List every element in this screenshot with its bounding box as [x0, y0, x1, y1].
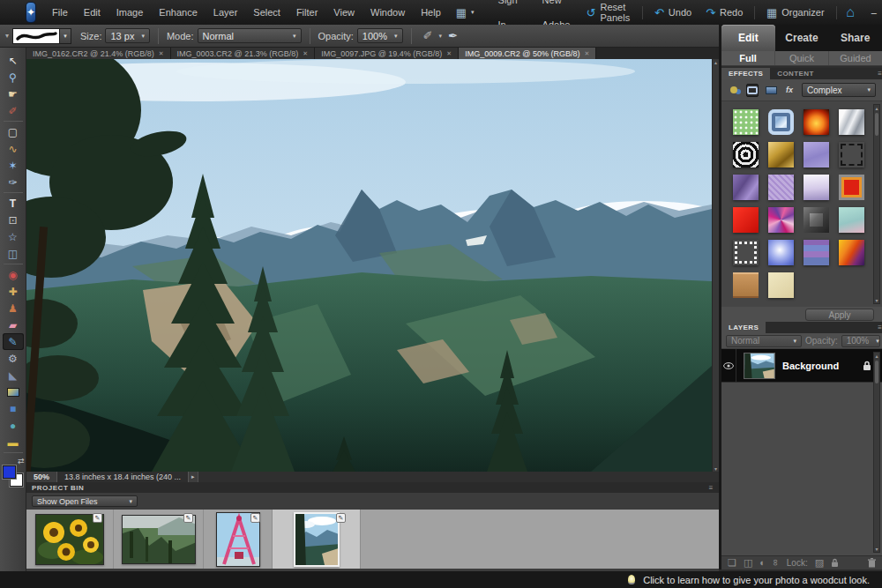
effect-item[interactable]: [801, 205, 833, 234]
tab-share[interactable]: Share: [828, 25, 882, 51]
effect-item[interactable]: [729, 205, 761, 234]
panel-menu-icon[interactable]: ≡: [709, 484, 714, 492]
home-icon[interactable]: ⌂: [841, 5, 860, 19]
shape-tool[interactable]: ■: [3, 400, 24, 417]
options-collapse-icon[interactable]: ▾: [5, 32, 9, 40]
cookie-cutter-tool[interactable]: ☆: [3, 228, 24, 245]
document-tab[interactable]: IMG_0162.CR2 @ 21.4% (RGB/8) ✕: [26, 48, 171, 59]
effect-item[interactable]: [801, 238, 833, 267]
effect-item[interactable]: [765, 108, 796, 137]
eraser-tool[interactable]: ▰: [3, 316, 24, 333]
close-icon[interactable]: ✕: [446, 50, 452, 57]
scroll-up-icon[interactable]: ▴: [875, 105, 878, 111]
zoom-tool[interactable]: ⚲: [3, 69, 24, 86]
spot-healing-brush-tool[interactable]: ✚: [3, 283, 24, 300]
effect-item[interactable]: [801, 173, 833, 202]
close-icon[interactable]: ✕: [584, 50, 589, 57]
brush-stroke-preview[interactable]: [12, 28, 60, 44]
bin-item-selected[interactable]: ✎: [273, 510, 361, 569]
photo-effects-icon[interactable]: [765, 84, 777, 97]
document-tab-active[interactable]: IMG_0009.CR2 @ 50% (RGB/8) ✕: [459, 48, 596, 59]
effect-item[interactable]: [836, 140, 868, 169]
red-eye-removal-tool[interactable]: ◉: [3, 266, 24, 283]
foreground-color-swatch[interactable]: [3, 465, 16, 479]
effect-item[interactable]: [729, 238, 761, 267]
minimize-button[interactable]: –: [869, 7, 879, 18]
menu-item[interactable]: View: [325, 0, 363, 25]
effect-item[interactable]: [729, 173, 761, 202]
workspace-switcher[interactable]: ▦ ▾: [449, 7, 482, 19]
straighten-tool[interactable]: ◫: [3, 245, 24, 262]
link-layers-icon[interactable]: ∞: [771, 560, 781, 567]
delete-layer-icon[interactable]: [868, 558, 876, 568]
mode-quick[interactable]: Quick: [775, 51, 829, 65]
effect-item[interactable]: [765, 173, 796, 202]
close-icon[interactable]: ✕: [159, 50, 164, 57]
effect-item[interactable]: [765, 238, 796, 267]
mode-full[interactable]: Full: [721, 51, 775, 65]
paint-bucket-tool[interactable]: ◣: [3, 367, 24, 383]
scrollbar-thumb[interactable]: [875, 113, 878, 136]
tab-create[interactable]: Create: [775, 25, 829, 51]
scrollbar-thumb[interactable]: [875, 361, 878, 383]
blend-mode-dropdown[interactable]: Normal ▾: [198, 28, 302, 43]
menu-item[interactable]: Layer: [206, 0, 246, 25]
effect-item[interactable]: [765, 205, 796, 234]
redo-button[interactable]: ↷ Redo: [699, 7, 750, 19]
menu-item[interactable]: Edit: [76, 0, 108, 25]
vertical-scrollbar[interactable]: ▴ ▾: [712, 59, 719, 472]
effect-item[interactable]: [765, 140, 796, 169]
close-icon[interactable]: ✕: [303, 50, 308, 57]
layer-blend-mode-dropdown[interactable]: Normal ▾: [726, 335, 802, 347]
brush-picker-caret[interactable]: ▾: [60, 28, 71, 44]
brush-size-dropdown[interactable]: 13 px ▾: [105, 28, 149, 43]
status-expand-icon[interactable]: ▸: [189, 473, 198, 480]
menu-item[interactable]: File: [44, 0, 76, 25]
smart-brush-tool[interactable]: ⚙: [3, 350, 24, 367]
panel-menu-icon[interactable]: ≡: [878, 324, 882, 331]
undo-button[interactable]: ↶ Undo: [647, 7, 699, 19]
tablet-options-icon[interactable]: ✒: [448, 29, 458, 42]
new-group-icon[interactable]: ◫: [744, 558, 752, 568]
layer-styles-icon[interactable]: [746, 84, 759, 97]
effect-item[interactable]: [765, 271, 796, 300]
eyedropper-tool[interactable]: ✐: [3, 102, 24, 119]
bin-item[interactable]: ✎: [204, 510, 273, 569]
gradient-tool[interactable]: [3, 383, 24, 400]
effect-item[interactable]: [729, 271, 761, 300]
tab-content[interactable]: CONTENT: [770, 68, 820, 79]
effect-item[interactable]: [836, 205, 868, 234]
scroll-down-icon[interactable]: ▾: [875, 297, 878, 303]
bin-item[interactable]: ✎: [26, 510, 114, 569]
clone-stamp-tool[interactable]: ♟: [3, 300, 24, 316]
effect-item[interactable]: [836, 173, 868, 202]
sponge-tool[interactable]: ▬: [3, 434, 24, 450]
image-canvas[interactable]: ▴ ▾: [26, 59, 719, 472]
reset-panels-button[interactable]: ↺ Reset Panels: [579, 2, 639, 23]
chevron-down-icon[interactable]: ▾: [438, 33, 442, 40]
scroll-up-icon[interactable]: ▴: [875, 353, 878, 359]
effect-item[interactable]: [801, 108, 833, 137]
filters-icon[interactable]: [728, 84, 740, 97]
tab-effects[interactable]: EFFECTS: [721, 68, 770, 79]
apply-button[interactable]: Apply: [805, 309, 874, 321]
brush-tool[interactable]: ✎: [3, 333, 24, 350]
effect-item[interactable]: [801, 140, 833, 169]
menu-item[interactable]: Image: [108, 0, 152, 25]
lock-all-icon[interactable]: [831, 558, 839, 568]
menu-item[interactable]: Enhance: [151, 0, 205, 25]
layers-scrollbar[interactable]: ▴ ▾: [873, 352, 880, 553]
lock-transparency-icon[interactable]: ▨: [815, 558, 824, 568]
tip-message[interactable]: Click to learn how to give your photo a …: [643, 575, 870, 585]
menu-item[interactable]: Window: [363, 0, 413, 25]
layer-visibility-toggle[interactable]: [721, 349, 736, 382]
scroll-down-icon[interactable]: ▾: [875, 546, 878, 552]
organizer-button[interactable]: ▦ Organizer: [759, 7, 832, 19]
layer-row-background[interactable]: Background: [721, 349, 882, 383]
all-effects-icon[interactable]: fx: [783, 84, 796, 97]
effect-item[interactable]: [729, 140, 761, 169]
bin-item[interactable]: ✎: [114, 510, 204, 569]
blur-tool[interactable]: ●: [3, 417, 24, 434]
airbrush-toggle-icon[interactable]: ✐: [423, 29, 433, 42]
swap-colors-icon[interactable]: ⇄: [18, 457, 25, 465]
